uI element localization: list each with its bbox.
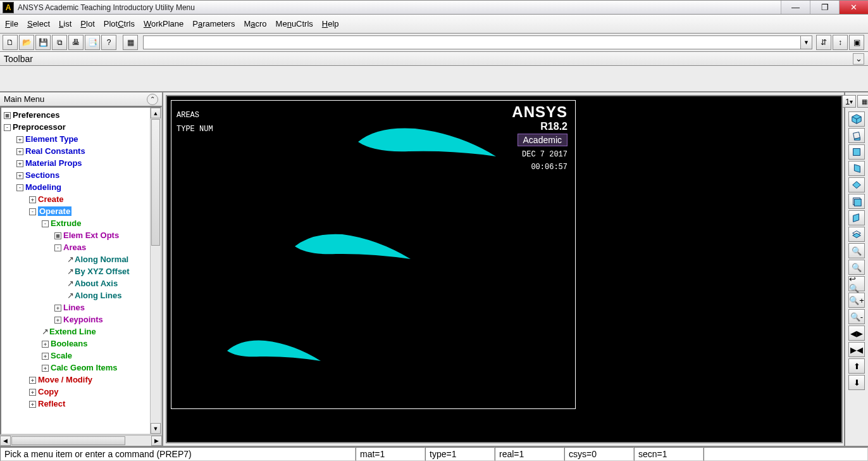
- rotate-down-icon[interactable]: ⬇: [848, 375, 865, 390]
- brand-version: R18.2: [512, 121, 567, 132]
- command-input[interactable]: [143, 35, 801, 49]
- graphics-brand-block: ANSYS R18.2 Academic DEC 7 2017 00:06:57: [512, 103, 567, 172]
- minimize-button[interactable]: —: [781, 1, 810, 14]
- right-view-icon[interactable]: [848, 161, 865, 176]
- graphics-options-icon[interactable]: ▣: [849, 35, 864, 50]
- tree-by-xyz-offset[interactable]: ↗By XYZ Offset: [1, 265, 150, 277]
- tree-material-props[interactable]: +Material Props: [1, 157, 150, 169]
- zoom-in-icon[interactable]: 🔍+: [848, 293, 865, 308]
- tree-areas[interactable]: -Areas: [1, 241, 150, 253]
- tree-scale[interactable]: +Scale: [1, 350, 150, 362]
- rotate-up-icon[interactable]: ⬆: [848, 358, 865, 374]
- status-empty: [704, 447, 868, 461]
- iso-view-icon[interactable]: [848, 111, 865, 127]
- graphics-window[interactable]: AREAS TYPE NUM ANSYS R18.2 Academic DEC …: [166, 95, 843, 443]
- tree-copy[interactable]: +Copy: [1, 386, 150, 398]
- tree-elem-ext-opts[interactable]: ▦Elem Ext Opts: [1, 229, 150, 241]
- tree-about-axis[interactable]: ↗About Axis: [1, 277, 150, 289]
- status-secn: secn=1: [634, 447, 704, 461]
- tree-operate[interactable]: -Operate: [1, 205, 150, 217]
- svg-rect-6: [853, 149, 860, 156]
- window-layout-icon[interactable]: ▦: [857, 95, 868, 108]
- tree-sections[interactable]: +Sections: [1, 169, 150, 181]
- maximize-button[interactable]: ❐: [810, 1, 839, 14]
- app-icon: A: [3, 2, 14, 13]
- titlebar: A ANSYS Academic Teaching Introductory U…: [0, 0, 868, 15]
- command-history-dropdown[interactable]: ▼: [801, 35, 812, 49]
- brand-date: DEC 7 2017: [512, 150, 567, 159]
- close-button[interactable]: ✕: [839, 1, 868, 14]
- main-menu-panel: Main Menu ⌃ ▦Preferences -Preprocessor +…: [0, 92, 163, 446]
- window-title: ANSYS Academic Teaching Introductory Uti…: [16, 3, 781, 12]
- svg-marker-8: [853, 182, 861, 189]
- print-icon[interactable]: 🖶: [68, 35, 84, 50]
- top-view-icon[interactable]: [848, 177, 865, 193]
- contour-icon[interactable]: ↕: [833, 35, 848, 50]
- window-number-select[interactable]: 1▾: [842, 95, 856, 108]
- tree-extrude[interactable]: -Extrude: [1, 217, 150, 229]
- front-view-icon[interactable]: [848, 144, 865, 160]
- tree-along-normal[interactable]: ↗Along Normal: [1, 253, 150, 265]
- help-icon[interactable]: ?: [101, 35, 116, 50]
- tree-along-lines[interactable]: ↗Along Lines: [1, 289, 150, 301]
- zoom-out-icon[interactable]: 🔍-: [848, 309, 865, 324]
- tree-keypoints[interactable]: +Keypoints: [1, 313, 150, 325]
- airfoil-shape-2: [295, 232, 412, 263]
- raise-hidden-icon[interactable]: ⧉: [52, 35, 67, 50]
- svg-marker-7: [854, 165, 860, 173]
- left-view-icon[interactable]: [848, 210, 865, 225]
- pan-left-icon[interactable]: ◀▶: [848, 325, 865, 341]
- tree-vscrollbar[interactable]: ▲ ▼: [150, 108, 161, 434]
- tree-booleans[interactable]: +Booleans: [1, 338, 150, 350]
- scale-icon[interactable]: ⇵: [816, 35, 831, 50]
- menu-select[interactable]: Select: [27, 19, 50, 28]
- menu-file[interactable]: File: [5, 19, 18, 28]
- oblique-view-icon[interactable]: [848, 128, 865, 143]
- new-file-icon[interactable]: 🗋: [3, 35, 18, 50]
- menu-help[interactable]: Help: [322, 19, 339, 28]
- save-icon[interactable]: 💾: [35, 35, 51, 50]
- menu-plotctrls[interactable]: PlotCtrls: [104, 19, 135, 28]
- menu-list[interactable]: List: [59, 19, 71, 28]
- menu-workplane[interactable]: WorkPlane: [144, 19, 183, 28]
- tree-reflect[interactable]: +Reflect: [1, 398, 150, 410]
- menu-parameters[interactable]: Parameters: [192, 19, 235, 28]
- window-buttons: — ❐ ✕: [781, 1, 868, 14]
- view-toolbar: 1▾ ▦ 🔍 🔍 ↩🔍 🔍+ 🔍- ◀▶ ▶◀ ⬆ ⬇: [844, 92, 868, 446]
- pan-right-icon[interactable]: ▶◀: [848, 342, 865, 357]
- tree-real-constants[interactable]: +Real Constants: [1, 145, 150, 157]
- menu-macro[interactable]: Macro: [244, 19, 266, 28]
- open-file-icon[interactable]: 📂: [19, 35, 34, 50]
- iconbar: 🗋 📂 💾 ⧉ 🖶 📑 ? ▦ ▼ ⇵ ↕ ▣: [0, 34, 868, 52]
- tree-extend-line[interactable]: ↗Extend Line: [1, 325, 150, 338]
- status-mat: mat=1: [356, 447, 425, 461]
- tree-preprocessor[interactable]: -Preprocessor: [1, 121, 150, 133]
- tree-create[interactable]: +Create: [1, 193, 150, 205]
- brand-name: ANSYS: [512, 103, 567, 121]
- status-message: Pick a menu item or enter a command (PRE…: [0, 447, 356, 461]
- tree-preferences[interactable]: ▦Preferences: [1, 109, 150, 121]
- menu-plot[interactable]: Plot: [80, 19, 94, 28]
- svg-marker-5: [854, 138, 860, 141]
- menu-menuctrls[interactable]: MenuCtrls: [276, 19, 313, 28]
- tree-hscrollbar[interactable]: ◀ ▶: [0, 435, 162, 446]
- main-menu-collapse-icon[interactable]: ⌃: [147, 94, 158, 105]
- svg-marker-11: [853, 214, 859, 222]
- back-view-icon[interactable]: [848, 194, 865, 209]
- tree-calc-geom-items[interactable]: +Calc Geom Items: [1, 362, 150, 374]
- tree-move-modify[interactable]: +Move / Modify: [1, 374, 150, 386]
- menubar: File Select List Plot PlotCtrls WorkPlan…: [0, 15, 868, 34]
- tree-lines[interactable]: +Lines: [1, 301, 150, 313]
- zoom-back-icon[interactable]: ↩🔍: [848, 276, 865, 291]
- toolbar-content-empty: [0, 66, 868, 92]
- pick-icon[interactable]: ▦: [123, 35, 138, 50]
- report-icon[interactable]: 📑: [85, 35, 100, 50]
- tree-modeling[interactable]: -Modeling: [1, 181, 150, 193]
- toolbar-collapse-icon[interactable]: ⌄: [853, 53, 864, 65]
- main-menu-label: Main Menu: [4, 94, 44, 104]
- zoom-box-icon[interactable]: 🔍: [848, 260, 865, 275]
- fit-view-icon[interactable]: 🔍: [848, 243, 865, 258]
- bottom-view-icon[interactable]: [848, 227, 865, 242]
- tree-element-type[interactable]: +Element Type: [1, 133, 150, 145]
- toolbar-label: Toolbar: [4, 54, 33, 64]
